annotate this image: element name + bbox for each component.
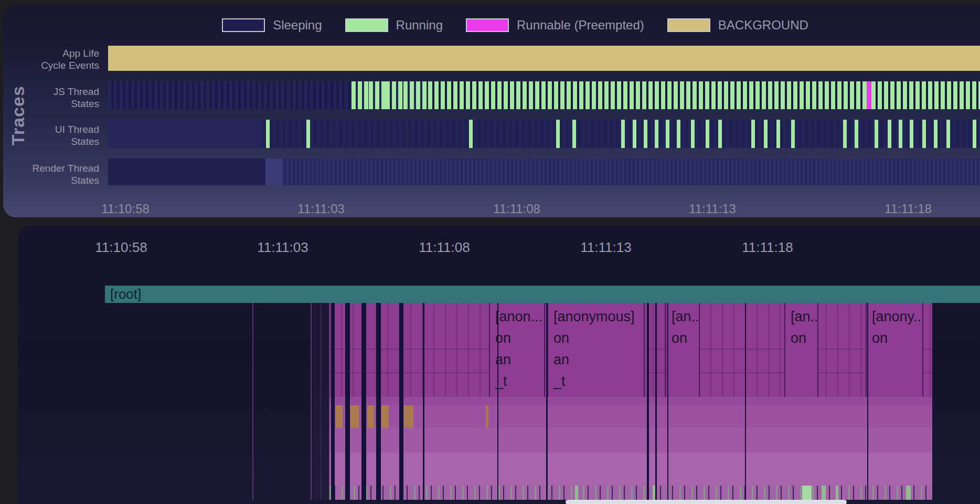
ui-running-bar xyxy=(644,120,647,148)
ui-running-bar xyxy=(922,120,926,148)
time-tick: 11:11:08 xyxy=(493,202,540,216)
track-label-line: Render Thread xyxy=(3,162,99,174)
js-running-bar xyxy=(416,81,420,109)
js-running-bar xyxy=(358,81,362,109)
flame-band xyxy=(329,428,932,453)
flame-frame-label-line: an xyxy=(553,349,644,371)
flame-frame[interactable]: [anonymous]onan_t xyxy=(547,303,645,397)
flame-frame[interactable]: [anony...on xyxy=(866,303,923,397)
legend-swatch xyxy=(667,18,710,32)
time-tick: 11:11:18 xyxy=(885,202,932,216)
ui-running-bar xyxy=(776,120,780,148)
flame-frame-label-line: on xyxy=(495,328,544,349)
legend-label: Sleeping xyxy=(273,18,322,33)
js-running-bar xyxy=(386,81,390,109)
ui-running-bar xyxy=(899,120,902,148)
state-legend: SleepingRunningRunnable (Preempted)BACKG… xyxy=(35,18,980,33)
legend-label: BACKGROUND xyxy=(718,18,808,33)
track-label-line: App Life xyxy=(3,47,99,59)
js-running-bar xyxy=(403,81,408,109)
js-running-bar xyxy=(381,81,386,109)
js-running-bar xyxy=(422,81,427,109)
js-running-dense-segment xyxy=(428,81,867,109)
background-frame xyxy=(486,405,488,428)
flame-running-bit xyxy=(802,486,812,500)
flame-hairline xyxy=(311,303,312,500)
flame-running-bit xyxy=(575,486,578,500)
legend-item-sleeping[interactable]: Sleeping xyxy=(222,18,322,33)
js-running-bar xyxy=(410,81,414,109)
flame-frame-label-line: on xyxy=(672,328,699,349)
track-render-thread-states[interactable] xyxy=(108,159,980,185)
ui-running-bar xyxy=(306,120,310,148)
flame-bottom-band xyxy=(329,486,932,500)
flame-gap-bar xyxy=(423,303,424,500)
flame-frame[interactable]: [an...on xyxy=(784,303,818,397)
js-running-dense-segment xyxy=(871,81,980,109)
ui-running-bar xyxy=(266,120,270,148)
ui-running-bar xyxy=(706,120,709,148)
ui-running-bar xyxy=(677,120,680,148)
track-label-line: States xyxy=(3,135,99,148)
flame-gap-bar xyxy=(867,303,868,500)
background-frame xyxy=(404,405,413,428)
ui-running-bar xyxy=(666,120,669,148)
time-tick: 11:11:18 xyxy=(742,239,793,256)
traces-panel: SleepingRunningRunnable (Preempted)BACKG… xyxy=(3,5,980,217)
ui-running-bar xyxy=(843,120,847,148)
ui-running-bar xyxy=(888,120,891,148)
ui-running-bar xyxy=(556,120,560,148)
flame-band-with-background-frames xyxy=(329,405,932,428)
ui-running-bar xyxy=(934,120,938,148)
ui-running-bar xyxy=(946,120,950,148)
track-ui-thread-states[interactable] xyxy=(108,120,980,148)
track-label-line: States xyxy=(3,98,99,110)
render-sleeping-stripes xyxy=(282,159,980,185)
flamechart[interactable]: [anon...onan_t[anonymous]onan_t[an...on[… xyxy=(329,303,932,500)
flame-running-bit xyxy=(836,486,838,500)
flame-band xyxy=(329,453,932,486)
flame-gap-bar xyxy=(546,303,548,500)
legend-item-background[interactable]: BACKGROUND xyxy=(667,18,808,33)
flame-running-bit xyxy=(822,486,826,500)
flame-frame-label-line: [an... xyxy=(672,306,699,328)
horizontal-scrollbar-thumb[interactable] xyxy=(566,500,847,504)
time-tick: 11:11:08 xyxy=(419,239,470,256)
flame-hairline xyxy=(252,303,253,500)
track-label-line: UI Thread xyxy=(3,123,99,135)
track-label-line: States xyxy=(3,174,99,186)
flame-band xyxy=(329,397,932,405)
flame-root-label: [root] xyxy=(110,286,141,302)
flame-root-frame[interactable]: [root] xyxy=(105,286,980,303)
flame-gap-bar xyxy=(331,303,335,500)
track-label-line: JS Thread xyxy=(3,86,99,98)
track-app-life-cycle-events[interactable] xyxy=(108,46,980,71)
flame-frame-label-line: _t xyxy=(553,371,644,392)
js-running-bar xyxy=(392,81,396,109)
js-running-bar xyxy=(369,81,373,109)
ui-running-bar xyxy=(910,120,913,148)
flame-frame[interactable]: [an...on xyxy=(665,303,700,397)
flame-frame-label-line: _t xyxy=(495,371,544,392)
time-tick: 11:10:58 xyxy=(101,202,150,216)
legend-item-runnable-preempted-[interactable]: Runnable (Preempted) xyxy=(466,18,644,33)
legend-label: Running xyxy=(396,18,443,33)
flame-frame-label-line: [an... xyxy=(791,306,817,328)
time-tick: 11:11:13 xyxy=(689,202,736,216)
render-segment-light xyxy=(265,159,282,185)
js-runnable-preempted-bar xyxy=(867,81,871,109)
flame-hairline xyxy=(321,303,321,500)
flame-gap-bar xyxy=(667,303,668,500)
ui-running-bar xyxy=(691,120,695,148)
flame-frame-label-line: an xyxy=(495,349,544,371)
legend-swatch xyxy=(345,18,388,32)
flame-gap-bar xyxy=(376,303,381,500)
legend-item-running[interactable]: Running xyxy=(345,18,443,33)
background-frame xyxy=(336,405,343,428)
js-sleeping-segment xyxy=(108,81,351,109)
track-js-thread-states[interactable] xyxy=(108,81,980,109)
background-frame xyxy=(367,405,374,428)
ui-running-bar xyxy=(718,120,722,148)
flame-frame-label-line: on xyxy=(553,328,644,349)
flame-gap-bar xyxy=(399,303,403,500)
